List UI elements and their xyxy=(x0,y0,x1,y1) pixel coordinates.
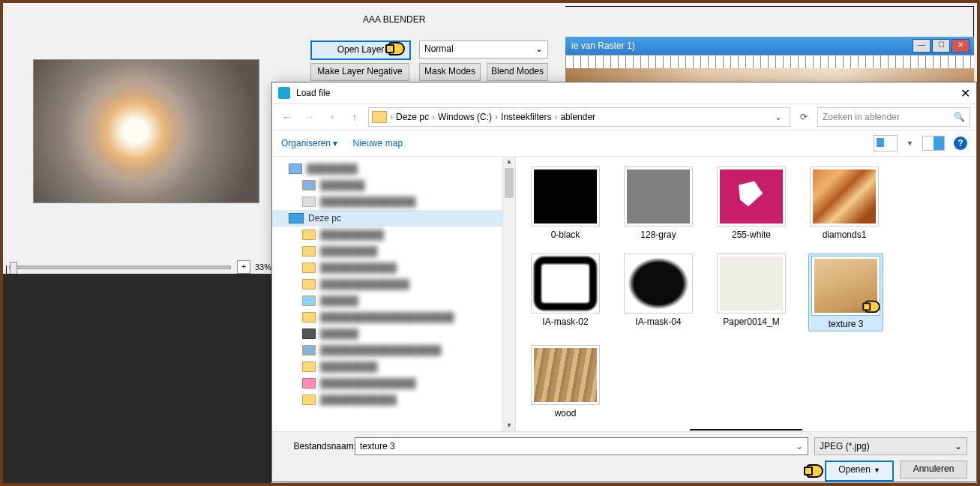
new-folder-button[interactable]: Nieuwe map xyxy=(352,138,403,148)
cancel-button[interactable]: Annuleren xyxy=(900,460,967,478)
file-name: wood xyxy=(529,408,601,418)
file-item[interactable]: 0-black xyxy=(529,166,601,240)
help-icon[interactable]: ? xyxy=(954,136,967,150)
filename-label: Bestandsnaam: xyxy=(281,441,356,452)
make-negative-button[interactable]: Make Layer Negative xyxy=(310,63,409,81)
nav-recent-button[interactable]: ▾ xyxy=(323,108,341,126)
file-item[interactable]: IA-mask-04 xyxy=(622,254,694,332)
blend-mode-select[interactable]: Normal⌄ xyxy=(419,40,548,58)
tree-scrollbar[interactable]: ▲▼ xyxy=(502,156,515,432)
file-name: diamonds1 xyxy=(808,230,880,240)
bgwin-minimize-icon[interactable]: — xyxy=(913,39,931,52)
zoom-plus-button[interactable]: + xyxy=(237,260,250,274)
file-list[interactable]: 0-black128-gray255-whitediamonds1IA-mask… xyxy=(516,156,976,432)
view-mode-button[interactable] xyxy=(874,135,898,152)
preview-image: claudia xyxy=(33,59,259,203)
nav-up-button[interactable]: ↑ xyxy=(346,108,364,126)
preview-pane-button[interactable] xyxy=(922,136,945,151)
dialog-title: Load file xyxy=(296,88,330,98)
zoom-percent: 33% xyxy=(255,262,271,272)
load-file-dialog: Load file ✕ ← → ▾ ↑ › Deze pc› Windows (… xyxy=(271,82,977,482)
bgwin-maximize-icon[interactable]: ☐ xyxy=(932,39,950,52)
nav-forward-button[interactable]: → xyxy=(301,108,319,126)
dialog-close-button[interactable]: ✕ xyxy=(961,86,970,100)
organize-menu[interactable]: Organiseren ▾ xyxy=(281,138,337,148)
bg-canvas-peek xyxy=(565,68,974,82)
file-item[interactable]: wood xyxy=(529,345,601,418)
file-name: 128-gray xyxy=(622,230,694,240)
zoom-slider[interactable] xyxy=(9,266,231,269)
filename-input[interactable]: texture 3⌄ xyxy=(355,437,808,455)
file-name: IA-mask-02 xyxy=(529,316,601,327)
file-name: IA-mask-04 xyxy=(622,316,694,327)
file-item[interactable]: Paper0014_M xyxy=(715,254,787,332)
bgwin-close-icon[interactable]: ✕ xyxy=(952,39,970,52)
folder-tree[interactable]: ████████ ███████ ███████████████ Deze pc… xyxy=(272,156,516,432)
refresh-button[interactable]: ⟳ xyxy=(795,108,813,126)
dialog-app-icon xyxy=(278,87,290,99)
file-name: 255-white xyxy=(715,230,787,240)
ruler xyxy=(565,55,974,70)
open-button[interactable]: Openen▼ xyxy=(825,460,894,482)
file-name: texture 3 xyxy=(811,319,881,329)
file-item[interactable]: IA-mask-02 xyxy=(529,254,601,332)
tree-this-pc[interactable]: Deze pc xyxy=(308,213,341,224)
plugin-title: AAA BLENDER xyxy=(363,14,425,25)
open-layer-button[interactable]: Open Layer xyxy=(310,40,411,60)
mask-modes-button[interactable]: Mask Modes xyxy=(419,63,481,81)
blend-modes-button[interactable]: Blend Modes xyxy=(487,63,548,81)
file-name: Paper0014_M xyxy=(715,316,787,327)
background-window-titlebar: ie van Raster 1) — ☐ ✕ xyxy=(565,37,974,55)
this-pc-icon xyxy=(289,213,304,224)
nav-back-button[interactable]: ← xyxy=(278,108,296,126)
file-name: 0-black xyxy=(529,230,601,240)
folder-icon xyxy=(372,111,387,123)
cursor-pointer-icon xyxy=(804,463,825,478)
file-item[interactable]: 128-gray xyxy=(622,166,694,240)
workspace-dark-area xyxy=(3,274,271,484)
search-icon: 🔍 xyxy=(954,112,965,122)
file-item[interactable]: 255-white xyxy=(715,166,787,240)
search-input[interactable]: Zoeken in ablender 🔍 xyxy=(817,107,970,127)
breadcrumb[interactable]: › Deze pc› Windows (C:)› Insteekfilters›… xyxy=(368,107,790,127)
filetype-select[interactable]: JPEG (*.jpg)⌄ xyxy=(814,437,967,455)
chevron-down-icon[interactable]: ⌄ xyxy=(770,112,787,122)
file-item[interactable]: texture 3 xyxy=(808,254,883,332)
file-item[interactable]: diamonds1 xyxy=(808,166,880,240)
